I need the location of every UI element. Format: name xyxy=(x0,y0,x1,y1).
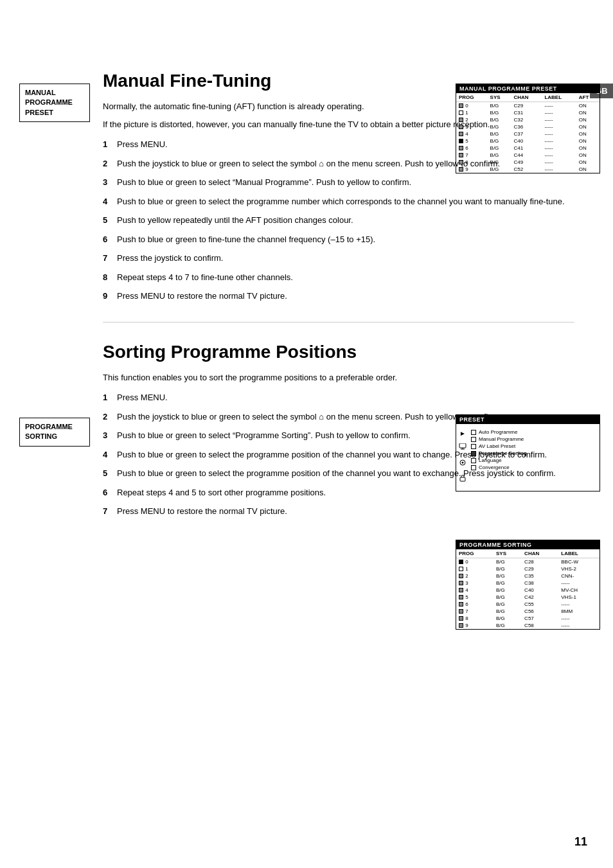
chan-cell: C36 xyxy=(511,123,542,130)
list-item: 5Push to yellow repeatedly until the AFT… xyxy=(103,214,574,227)
sys-cell: B/G xyxy=(493,615,522,622)
chan-cell: C58 xyxy=(522,622,558,629)
aft-cell: ON xyxy=(576,130,600,137)
aft-cell: ON xyxy=(576,145,600,152)
chan-cell: C28 xyxy=(522,558,558,566)
table-header: PROG xyxy=(456,549,493,558)
menu-item-icon xyxy=(471,437,476,442)
label-cell: ----- xyxy=(558,615,600,622)
prog-cell: 0 xyxy=(456,558,493,566)
section2-intro1: This function enables you to sort the pr… xyxy=(103,371,574,384)
aft-cell: ON xyxy=(576,137,600,145)
table-row: 5B/GC42VHS-1 xyxy=(456,594,600,601)
table-row: 7B/GC44-----ON xyxy=(456,152,600,159)
table-header: LABEL xyxy=(542,93,576,102)
chan-cell: C29 xyxy=(511,102,542,110)
prog-cell: 5 xyxy=(456,594,493,601)
prog-cell: 4 xyxy=(456,587,493,594)
sys-cell: B/G xyxy=(488,109,511,116)
sys-cell: B/G xyxy=(488,102,511,110)
section2-title: Sorting Programme Positions xyxy=(103,342,574,362)
label-cell: VHS-2 xyxy=(558,565,600,572)
label-cell: BBC-W xyxy=(558,558,600,566)
chan-cell: C41 xyxy=(511,145,542,152)
prog-cell: 1 xyxy=(456,565,493,572)
chan-cell: C38 xyxy=(522,580,558,587)
menu-item-label: Programme Sorting xyxy=(479,450,527,456)
prog-cell: 7 xyxy=(456,608,493,615)
prog-cell: 2 xyxy=(456,572,493,580)
label-cell: ----- xyxy=(542,116,576,123)
label-cell: ----- xyxy=(542,130,576,137)
preset-table-title: MANUAL PROGRAMME PRESET xyxy=(456,84,600,93)
menu-items-list: Auto ProgrammeManual ProgrammeAV Label P… xyxy=(469,427,600,488)
chan-cell: C40 xyxy=(522,587,558,594)
sorting-table-box: PROGRAMME SORTING PROGSYSCHANLABEL 0B/GC… xyxy=(456,540,600,630)
table-row: 7B/GC568MM xyxy=(456,608,600,615)
menu-item-line: Manual Programme xyxy=(471,436,598,442)
prog-cell: 3 xyxy=(456,580,493,587)
preset-table-box: MANUAL PROGRAMME PRESET PROGSYSCHANLABEL… xyxy=(456,84,600,173)
table-row: 0B/GC29-----ON xyxy=(456,102,600,110)
prog-cell: 9 xyxy=(456,622,493,629)
label-cell: ----- xyxy=(542,166,576,173)
table-row: 4B/GC40MV-CH xyxy=(456,587,600,594)
list-item: 7Press MENU to restore the normal TV pic… xyxy=(103,505,574,518)
table-row: 4B/GC37-----ON xyxy=(456,130,600,137)
label-cell: 8MM xyxy=(558,608,600,615)
menu-item-icon xyxy=(471,465,476,470)
list-item: 8Repeat steps 4 to 7 to fine-tune other … xyxy=(103,271,574,284)
prog-cell: 9 xyxy=(456,166,488,173)
svg-rect-5 xyxy=(460,477,465,481)
sys-cell: B/G xyxy=(493,622,522,629)
chan-cell: C56 xyxy=(522,608,558,615)
section-divider xyxy=(103,322,574,323)
table-row: 9B/GC58----- xyxy=(456,622,600,629)
table-row: 2B/GC35CNN- xyxy=(456,572,600,580)
sys-cell: B/G xyxy=(488,145,511,152)
prog-cell: 2 xyxy=(456,116,488,123)
label-cell: ----- xyxy=(542,109,576,116)
label-cell: MV-CH xyxy=(558,587,600,594)
sorting-table: PROGSYSCHANLABEL 0B/GC28BBC-W 1B/GC29VHS… xyxy=(456,549,600,629)
prog-cell: 0 xyxy=(456,102,488,110)
preset-menu-box: PRESET ► Auto ProgrammeManual ProgrammeA… xyxy=(456,414,600,492)
label-cell: ----- xyxy=(542,123,576,130)
sys-cell: B/G xyxy=(493,572,522,580)
menu-item-icon xyxy=(471,444,476,449)
sys-cell: B/G xyxy=(488,159,511,166)
table-row: 1B/GC31-----ON xyxy=(456,109,600,116)
sidebar-label-manual: MANUAL PROGRAMME PRESET xyxy=(19,84,90,122)
prog-cell: 8 xyxy=(456,615,493,622)
page-number: 11 xyxy=(574,835,587,849)
label-cell: ----- xyxy=(542,152,576,159)
list-item: 4Push to blue or green to select the pro… xyxy=(103,195,574,208)
prog-cell: 1 xyxy=(456,109,488,116)
label-cell: ----- xyxy=(558,601,600,608)
menu-item-label: AV Label Preset xyxy=(479,443,515,449)
preset-table: PROGSYSCHANLABELAFT 0B/GC29-----ON 1B/GC… xyxy=(456,93,600,173)
list-item: 1Press MENU. xyxy=(103,391,574,404)
sorting-table-title: PROGRAMME SORTING xyxy=(456,540,600,549)
table-header: LABEL xyxy=(558,549,600,558)
table-row: 9B/GC52-----ON xyxy=(456,166,600,173)
chan-cell: C52 xyxy=(511,166,542,173)
aft-cell: ON xyxy=(576,152,600,159)
chan-cell: C55 xyxy=(522,601,558,608)
chan-cell: C35 xyxy=(522,572,558,580)
table-header: SYS xyxy=(488,93,511,102)
menu-item-label: Auto Programme xyxy=(479,429,517,435)
table-header: AFT xyxy=(576,93,600,102)
table-header: PROG xyxy=(456,93,488,102)
list-item: 3Push to blue or green to select “Manual… xyxy=(103,176,574,189)
menu-item-label: Convergence xyxy=(479,465,510,470)
table-row: 1B/GC29VHS-2 xyxy=(456,565,600,572)
chan-cell: C31 xyxy=(511,109,542,116)
aft-cell: ON xyxy=(576,116,600,123)
prog-cell: 6 xyxy=(456,601,493,608)
table-header: SYS xyxy=(493,549,522,558)
chan-cell: C49 xyxy=(511,159,542,166)
menu-item-line: Programme Sorting xyxy=(471,450,598,456)
aft-cell: ON xyxy=(576,123,600,130)
sys-cell: B/G xyxy=(488,116,511,123)
